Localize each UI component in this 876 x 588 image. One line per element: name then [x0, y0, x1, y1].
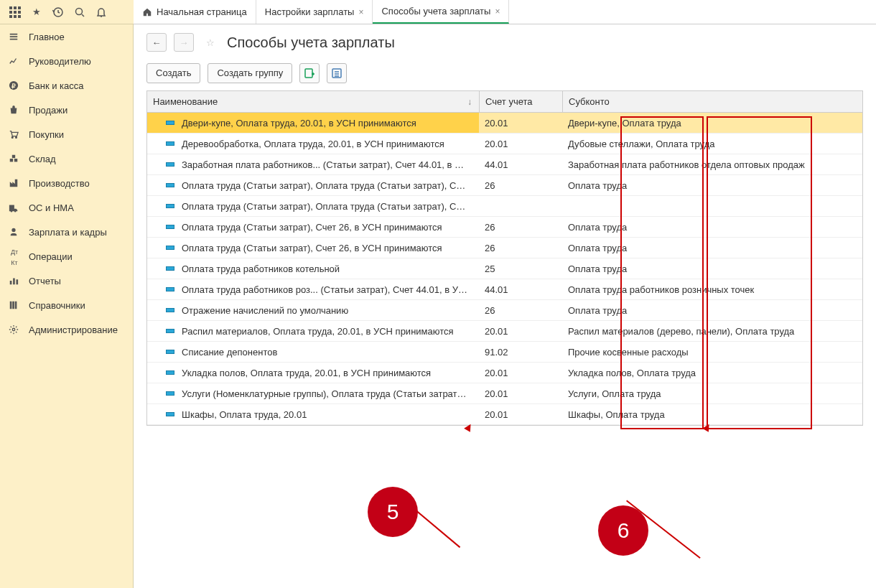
- svg-rect-21: [17, 279, 19, 284]
- tab-label: Способы учета зарплаты: [381, 6, 490, 17]
- table-row[interactable]: Укладка полов, Оплата труда, 20.01, в УС…: [147, 363, 862, 383]
- apps-icon[interactable]: [4, 1, 26, 23]
- sidebar-item-2[interactable]: ₽Банк и касса: [0, 73, 133, 98]
- cell-subconto: Оплата труда: [562, 300, 862, 320]
- table-row[interactable]: Заработная плата работников... (Статьи з…: [147, 154, 862, 175]
- table-row[interactable]: Списание депонентов91.02Прочие косвенные…: [147, 342, 862, 363]
- table-row[interactable]: Оплата труда (Статьи затрат), Счет 26, в…: [147, 217, 862, 238]
- sidebar-item-label: Руководителю: [29, 56, 91, 67]
- sidebar-item-12[interactable]: Администрирование: [0, 317, 133, 342]
- svg-rect-24: [15, 302, 17, 309]
- row-name-text: Оплата труда (Статьи затрат), Оплата тру…: [182, 201, 469, 212]
- table-row[interactable]: Оплата труда (Статьи затрат), Оплата тру…: [147, 175, 862, 196]
- cell-account: 20.01: [479, 321, 562, 341]
- sidebar-item-10[interactable]: Отчеты: [0, 269, 133, 293]
- sidebar-item-8[interactable]: Зарплата и кадры: [0, 220, 133, 244]
- svg-point-18: [11, 228, 15, 232]
- cell-account: 20.01: [479, 363, 562, 383]
- tab-label: Начальная страница: [157, 6, 247, 17]
- gear-icon: [9, 325, 20, 335]
- sidebar-item-11[interactable]: Справочники: [0, 293, 133, 317]
- create-button[interactable]: Создать: [146, 63, 200, 83]
- sidebar-item-6[interactable]: Производство: [0, 171, 133, 195]
- tab-label: Настройки зарплаты: [265, 6, 355, 17]
- row-name-text: Шкафы, Оплата труда, 20.01: [182, 409, 307, 420]
- cell-subconto: Укладка полов, Оплата труда: [562, 363, 862, 383]
- history-icon[interactable]: [47, 1, 69, 23]
- table-row[interactable]: Отражение начислений по умолчанию26Оплат…: [147, 300, 862, 321]
- column-header-name[interactable]: Наименование ↓: [147, 96, 479, 107]
- svg-rect-7: [14, 15, 17, 18]
- table-row[interactable]: Шкафы, Оплата труда, 20.0120.01Шкафы, Оп…: [147, 404, 862, 425]
- cell-subconto: Оплата труда работников розничных точек: [562, 279, 862, 299]
- sidebar-item-3[interactable]: Продажи: [0, 98, 133, 122]
- sidebar-item-9[interactable]: ДтКтОперации: [0, 244, 133, 269]
- cart-icon: [9, 129, 20, 139]
- search-icon[interactable]: [69, 1, 90, 23]
- cell-name: Деревообработка, Оплата труда, 20.01, в …: [147, 134, 479, 154]
- table-row[interactable]: Оплата труда работников котельной25Оплат…: [147, 258, 862, 279]
- item-icon: [166, 183, 174, 187]
- item-icon: [166, 225, 174, 229]
- tab-home[interactable]: Начальная страница: [134, 0, 256, 24]
- bell-icon[interactable]: [90, 1, 112, 23]
- star-icon[interactable]: ★: [26, 1, 47, 23]
- cell-subconto: Оплата труда: [562, 217, 862, 237]
- tab-settings-salary[interactable]: Настройки зарплаты ×: [256, 0, 373, 24]
- sidebar-item-4[interactable]: Покупки: [0, 122, 133, 146]
- row-name-text: Распил материалов, Оплата труда, 20.01, …: [182, 326, 454, 337]
- table-row[interactable]: Оплата труда работников роз... (Статьи з…: [147, 279, 862, 300]
- column-label: Счет учета: [485, 96, 533, 107]
- sidebar-item-1[interactable]: Руководителю: [0, 49, 133, 73]
- row-name-text: Услуги (Номенклатурные группы), Оплата т…: [182, 388, 469, 399]
- cell-subconto: [562, 196, 862, 216]
- cell-name: Оплата труда (Статьи затрат), Счет 26, в…: [147, 238, 479, 258]
- row-name-text: Оплата труда (Статьи затрат), Оплата тру…: [182, 180, 469, 191]
- sidebar-item-5[interactable]: Склад: [0, 146, 133, 171]
- cell-subconto: Услуги, Оплата труда: [562, 383, 862, 403]
- sidebar-item-label: Склад: [29, 154, 56, 164]
- main-area: ← → ☆ Способы учета зарплаты Создать Соз…: [134, 24, 876, 588]
- svg-rect-2: [18, 6, 21, 9]
- column-header-subconto[interactable]: Субконто: [562, 91, 862, 112]
- item-icon: [166, 329, 174, 333]
- row-name-text: Оплата труда работников роз... (Статьи з…: [182, 284, 469, 295]
- list-icon[interactable]: [327, 63, 347, 83]
- cell-subconto: Шкафы, Оплата труда: [562, 404, 862, 424]
- close-icon[interactable]: ×: [358, 7, 363, 17]
- item-icon: [166, 204, 174, 208]
- table-row[interactable]: Оплата труда (Статьи затрат), Оплата тру…: [147, 196, 862, 217]
- sidebar-item-label: Администрирование: [29, 325, 118, 335]
- close-icon[interactable]: ×: [495, 6, 500, 17]
- refresh-plus-icon[interactable]: [299, 63, 320, 83]
- truck-icon: [9, 202, 20, 213]
- books-icon: [9, 300, 20, 310]
- back-button[interactable]: ←: [146, 33, 167, 52]
- sidebar-item-7[interactable]: ОС и НМА: [0, 195, 133, 220]
- table-row[interactable]: Деревообработка, Оплата труда, 20.01, в …: [147, 134, 862, 154]
- svg-rect-19: [10, 281, 12, 284]
- item-icon: [166, 308, 174, 312]
- row-name-text: Оплата труда работников котельной: [182, 263, 340, 274]
- table-row[interactable]: Услуги (Номенклатурные группы), Оплата т…: [147, 383, 862, 404]
- item-icon: [166, 121, 174, 125]
- svg-point-25: [12, 328, 15, 331]
- svg-rect-1: [14, 6, 17, 9]
- cell-account: 26: [479, 238, 562, 258]
- sidebar-item-0[interactable]: Главное: [0, 24, 133, 49]
- create-group-button[interactable]: Создать группу: [208, 63, 292, 83]
- row-name-text: Заработная плата работников... (Статьи з…: [182, 159, 469, 170]
- table-row[interactable]: Распил материалов, Оплата труда, 20.01, …: [147, 321, 862, 342]
- row-name-text: Двери-купе, Оплата труда, 20.01, в УСН п…: [182, 118, 416, 129]
- column-header-account[interactable]: Счет учета: [479, 91, 562, 112]
- cell-name: Оплата труда (Статьи затрат), Счет 26, в…: [147, 217, 479, 237]
- boxes-icon: [9, 154, 20, 164]
- table-row[interactable]: Оплата труда (Статьи затрат), Счет 26, в…: [147, 238, 862, 258]
- tab-salary-accounting-methods[interactable]: Способы учета зарплаты ×: [373, 0, 509, 24]
- cell-account: 20.01: [479, 383, 562, 403]
- row-name-text: Укладка полов, Оплата труда, 20.01, в УС…: [182, 368, 431, 378]
- favorite-star-icon[interactable]: ☆: [201, 33, 220, 52]
- forward-button[interactable]: →: [174, 33, 194, 52]
- table-row[interactable]: Двери-купе, Оплата труда, 20.01, в УСН п…: [147, 113, 862, 134]
- sidebar: ГлавноеРуководителю₽Банк и кассаПродажиП…: [0, 24, 134, 588]
